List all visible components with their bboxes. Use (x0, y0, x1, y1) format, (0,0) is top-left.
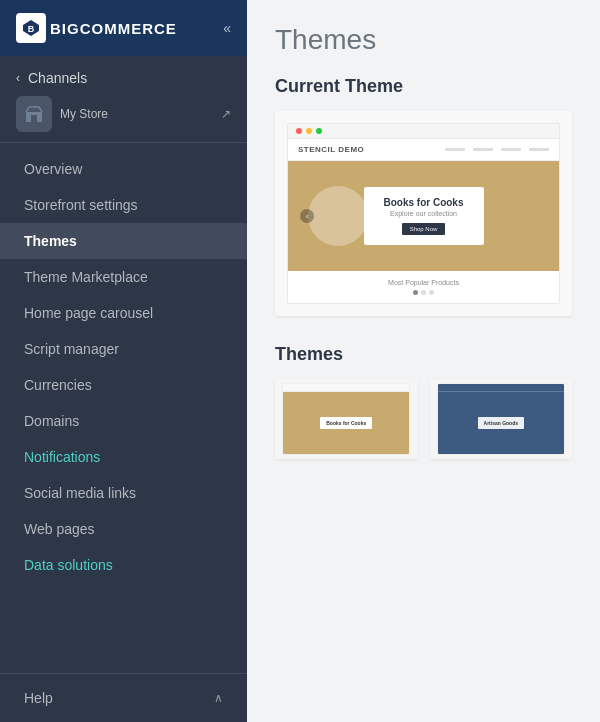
thumb-preview-2: Artisan Goods (430, 379, 573, 459)
nav-item-themes[interactable]: Themes (0, 223, 247, 259)
logo-icon: B (16, 13, 46, 43)
popular-products-label: Most Popular Products (298, 279, 549, 286)
chevron-up-icon: ∧ (214, 691, 223, 705)
channels-link[interactable]: ‹ Channels (16, 70, 231, 86)
nav-link-1 (445, 148, 465, 151)
nav-item-script-manager[interactable]: Script manager (0, 331, 247, 367)
dot-active (413, 290, 418, 295)
nav-item-theme-marketplace[interactable]: Theme Marketplace (0, 259, 247, 295)
svg-rect-3 (31, 115, 37, 122)
sidebar-footer[interactable]: Help ∧ (0, 673, 247, 722)
store-name: My Store (60, 107, 221, 121)
collapse-button[interactable]: « (223, 20, 231, 36)
nav-list: Overview Storefront settings Themes Them… (0, 143, 247, 673)
prev-arrow-icon[interactable]: ‹ (300, 209, 314, 223)
plate-decoration (308, 186, 368, 246)
dot-yellow (306, 128, 312, 134)
themes-section-title: Themes (275, 344, 572, 365)
channels-section: ‹ Channels My Store ↗ (0, 56, 247, 143)
preview-browser-bar (288, 124, 559, 139)
preview-nav-logo: STENCIL DEMO (298, 145, 364, 154)
preview-popular-section: Most Popular Products (288, 271, 559, 303)
preview-hero-wrapper: ‹ Books for Cooks Explore our collection… (288, 161, 559, 271)
preview-dots (298, 290, 549, 295)
sidebar: B BIGCOMMERCE « ‹ Channels My Store ↗ (0, 0, 247, 722)
nav-link-3 (501, 148, 521, 151)
dot-green (316, 128, 322, 134)
preview-hero: ‹ Books for Cooks Explore our collection… (288, 161, 559, 271)
nav-item-data-solutions[interactable]: Data solutions (0, 547, 247, 583)
external-link-icon[interactable]: ↗ (221, 107, 231, 121)
nav-item-social-media-links[interactable]: Social media links (0, 475, 247, 511)
nav-item-currencies[interactable]: Currencies (0, 367, 247, 403)
sidebar-header: B BIGCOMMERCE « (0, 0, 247, 56)
channels-label: Channels (28, 70, 87, 86)
thumb-nav-bar-2 (438, 384, 564, 392)
hero-subtitle: Explore our collection (380, 210, 468, 217)
nav-item-notifications[interactable]: Notifications (0, 439, 247, 475)
theme-thumbnail-1[interactable]: Books for Cooks (275, 379, 418, 459)
thumb-hero-2: Artisan Goods (438, 392, 564, 454)
page-title: Themes (275, 24, 572, 56)
nav-item-domains[interactable]: Domains (0, 403, 247, 439)
theme-thumbnail-2[interactable]: Artisan Goods (430, 379, 573, 459)
thumb-inner-2: Artisan Goods (437, 383, 565, 455)
hero-title: Books for Cooks (380, 197, 468, 208)
thumb-hero-1: Books for Cooks (283, 392, 409, 454)
nav-item-overview[interactable]: Overview (0, 151, 247, 187)
nav-link-4 (529, 148, 549, 151)
thumb-preview-1: Books for Cooks (275, 379, 418, 459)
thumb-hero-text-1: Books for Cooks (320, 417, 372, 429)
nav-item-web-pages[interactable]: Web pages (0, 511, 247, 547)
svg-text:B: B (28, 24, 35, 34)
help-label: Help (24, 690, 53, 706)
logo-text: BIGCOMMERCE (50, 20, 177, 37)
logo-area: B BIGCOMMERCE (16, 13, 177, 43)
theme-preview: STENCIL DEMO ‹ Books for Cooks (275, 111, 572, 316)
preview-nav-links (445, 148, 549, 151)
store-icon (16, 96, 52, 132)
current-theme-card: STENCIL DEMO ‹ Books for Cooks (275, 111, 572, 316)
hero-cta-button[interactable]: Shop Now (402, 223, 446, 235)
nav-link-2 (473, 148, 493, 151)
thumb-hero-text-2: Artisan Goods (478, 417, 524, 429)
dot-1 (421, 290, 426, 295)
nav-item-home-page-carousel[interactable]: Home page carousel (0, 295, 247, 331)
hero-text-box: Books for Cooks Explore our collection S… (364, 187, 484, 245)
current-theme-title: Current Theme (275, 76, 572, 97)
thumb-inner-1: Books for Cooks (282, 383, 410, 455)
thumb-nav-bar-1 (283, 384, 409, 392)
themes-grid: Books for Cooks Artisan Goods (275, 379, 572, 459)
preview-nav: STENCIL DEMO (288, 139, 559, 161)
preview-inner: STENCIL DEMO ‹ Books for Cooks (287, 123, 560, 304)
nav-item-storefront-settings[interactable]: Storefront settings (0, 187, 247, 223)
store-row: My Store ↗ (16, 96, 231, 132)
back-arrow-icon: ‹ (16, 71, 20, 85)
main-content: Themes Current Theme STENCIL DEMO (247, 0, 600, 722)
dot-red (296, 128, 302, 134)
dot-2 (429, 290, 434, 295)
